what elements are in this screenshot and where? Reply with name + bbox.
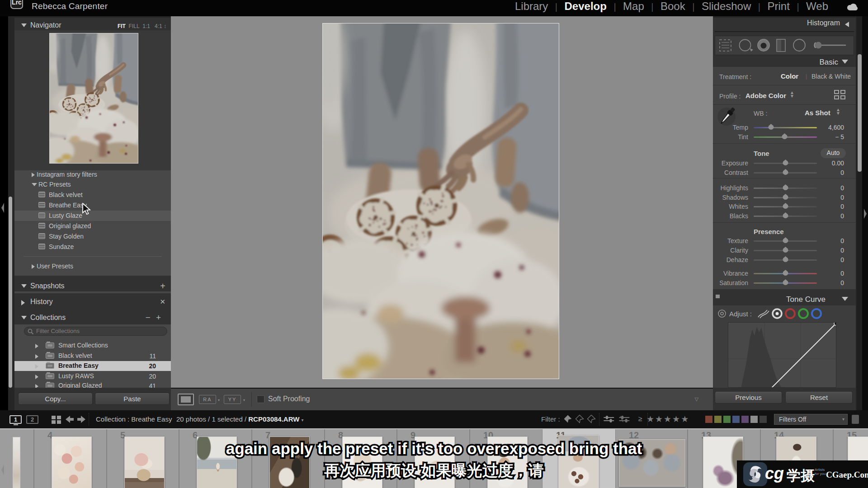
svg-text:Adjust :: Adjust :	[729, 310, 752, 318]
